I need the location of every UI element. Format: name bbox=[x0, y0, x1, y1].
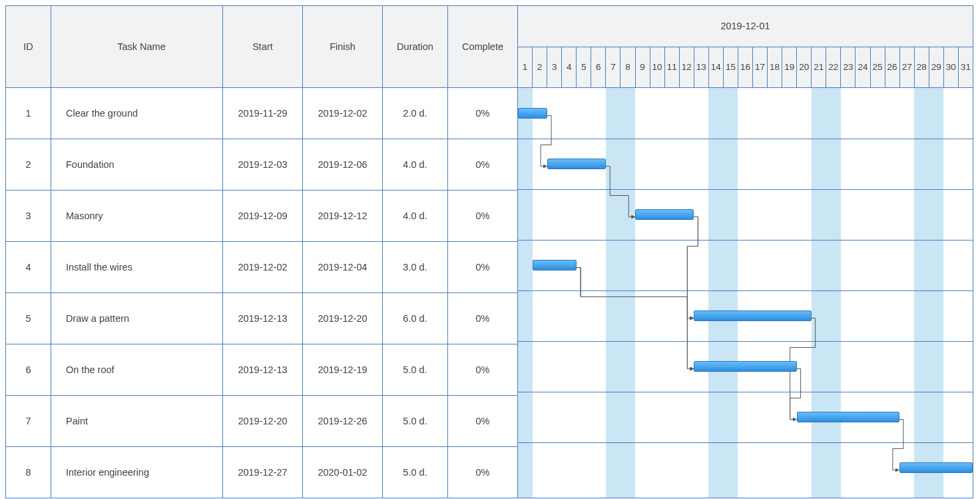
day-header-cell: 31 bbox=[959, 47, 973, 88]
day-header-cell: 30 bbox=[944, 47, 959, 88]
gantt-bar[interactable] bbox=[635, 209, 694, 220]
row-separator bbox=[518, 341, 973, 342]
cell-finish: 2019-12-04 bbox=[303, 242, 383, 292]
weekend-stripe bbox=[518, 88, 533, 498]
row-separator bbox=[518, 290, 973, 291]
gantt-chart: ID Task Name Start Finish Duration Compl… bbox=[5, 5, 973, 498]
cell-id: 8 bbox=[6, 447, 51, 498]
day-header-cell: 20 bbox=[797, 47, 812, 88]
col-header-complete: Complete bbox=[448, 6, 517, 87]
gantt-bar[interactable] bbox=[694, 361, 796, 372]
day-header-cell: 18 bbox=[768, 47, 782, 88]
table-row[interactable]: 2Foundation2019-12-032019-12-064.0 d.0% bbox=[6, 139, 517, 191]
day-header-cell: 16 bbox=[738, 47, 753, 88]
day-header-cell: 22 bbox=[826, 47, 841, 88]
cell-finish: 2019-12-12 bbox=[303, 191, 383, 241]
weekend-stripe bbox=[723, 88, 738, 498]
cell-id: 2 bbox=[6, 139, 51, 190]
task-table: ID Task Name Start Finish Duration Compl… bbox=[6, 6, 518, 498]
gantt-bar[interactable] bbox=[797, 412, 899, 422]
cell-start: 2019-12-03 bbox=[223, 139, 303, 190]
cell-id: 4 bbox=[6, 242, 51, 292]
col-header-duration: Duration bbox=[383, 6, 448, 87]
row-separator bbox=[518, 392, 973, 392]
day-header-cell: 8 bbox=[620, 47, 635, 88]
cell-finish: 2020-01-02 bbox=[303, 447, 383, 498]
cell-complete: 0% bbox=[448, 447, 517, 498]
timeline-body bbox=[518, 88, 973, 498]
day-header-cell: 14 bbox=[709, 47, 724, 88]
day-header-cell: 21 bbox=[812, 47, 826, 88]
gantt-bar[interactable] bbox=[694, 310, 811, 321]
weekend-stripe bbox=[812, 88, 826, 498]
cell-complete: 0% bbox=[448, 139, 517, 190]
day-header-cell: 7 bbox=[606, 47, 620, 88]
cell-complete: 0% bbox=[448, 88, 517, 139]
cell-start: 2019-12-13 bbox=[223, 293, 303, 344]
weekend-stripe bbox=[826, 88, 841, 498]
day-header-cell: 11 bbox=[665, 47, 680, 88]
day-header-cell: 24 bbox=[856, 47, 870, 88]
day-header-cell: 9 bbox=[636, 47, 650, 88]
weekend-stripe bbox=[708, 88, 723, 498]
cell-id: 5 bbox=[6, 293, 51, 344]
cell-name: Clear the ground bbox=[51, 88, 223, 139]
day-header-cell: 13 bbox=[694, 47, 709, 88]
cell-start: 2019-12-09 bbox=[223, 191, 303, 241]
weekend-stripe bbox=[914, 88, 929, 498]
day-header-cell: 3 bbox=[547, 47, 562, 88]
day-header-cell: 6 bbox=[591, 47, 606, 88]
cell-name: Foundation bbox=[51, 139, 223, 190]
gantt-bar[interactable] bbox=[899, 462, 973, 473]
cell-finish: 2019-12-19 bbox=[303, 344, 383, 395]
table-row[interactable]: 6On the roof2019-12-132019-12-195.0 d.0% bbox=[6, 344, 517, 396]
dependency-arrow bbox=[687, 217, 698, 318]
col-header-id: ID bbox=[6, 6, 51, 87]
timeline-day-scale: 1234567891011121314151617181920212223242… bbox=[518, 47, 973, 88]
cell-finish: 2019-12-20 bbox=[303, 293, 383, 344]
cell-duration: 5.0 d. bbox=[383, 396, 448, 446]
day-header-cell: 2 bbox=[533, 47, 547, 88]
gantt-bar[interactable] bbox=[518, 108, 547, 119]
col-header-name: Task Name bbox=[51, 6, 223, 87]
day-header-cell: 10 bbox=[650, 47, 665, 88]
cell-start: 2019-11-29 bbox=[223, 88, 303, 139]
weekend-stripe bbox=[620, 88, 635, 498]
gantt-bar[interactable] bbox=[547, 159, 606, 169]
table-row[interactable]: 7Paint2019-12-202019-12-265.0 d.0% bbox=[6, 396, 517, 447]
day-header-cell: 17 bbox=[753, 47, 768, 88]
table-row[interactable]: 4Install the wires2019-12-022019-12-043.… bbox=[6, 242, 517, 293]
cell-start: 2019-12-13 bbox=[223, 344, 303, 395]
cell-complete: 0% bbox=[448, 396, 517, 446]
day-header-cell: 4 bbox=[562, 47, 577, 88]
cell-duration: 3.0 d. bbox=[383, 242, 448, 292]
gantt-timeline: 2019-12-01 12345678910111213141516171819… bbox=[518, 6, 973, 498]
cell-duration: 6.0 d. bbox=[383, 293, 448, 344]
cell-id: 7 bbox=[6, 396, 51, 446]
cell-finish: 2019-12-26 bbox=[303, 396, 383, 446]
cell-complete: 0% bbox=[448, 242, 517, 292]
gantt-bar[interactable] bbox=[533, 260, 577, 270]
day-header-cell: 5 bbox=[577, 47, 591, 88]
table-row[interactable]: 3Masonry2019-12-092019-12-124.0 d.0% bbox=[6, 191, 517, 242]
cell-id: 3 bbox=[6, 191, 51, 241]
cell-name: Paint bbox=[51, 396, 223, 446]
cell-complete: 0% bbox=[448, 191, 517, 241]
day-header-cell: 23 bbox=[841, 47, 856, 88]
row-separator bbox=[518, 240, 973, 241]
cell-duration: 4.0 d. bbox=[383, 191, 448, 241]
day-header-cell: 28 bbox=[915, 47, 929, 88]
weekend-stripe bbox=[929, 88, 943, 498]
cell-duration: 2.0 d. bbox=[383, 88, 448, 139]
table-row[interactable]: 8Interior engineering2019-12-272020-01-0… bbox=[6, 447, 517, 498]
table-row[interactable]: 5Draw a pattern2019-12-132019-12-206.0 d… bbox=[6, 293, 517, 344]
cell-start: 2019-12-27 bbox=[223, 447, 303, 498]
cell-finish: 2019-12-02 bbox=[303, 88, 383, 139]
cell-name: On the roof bbox=[51, 344, 223, 395]
table-row[interactable]: 1Clear the ground2019-11-292019-12-022.0… bbox=[6, 88, 517, 139]
col-header-finish: Finish bbox=[303, 6, 383, 87]
cell-start: 2019-12-20 bbox=[223, 396, 303, 446]
timeline-header: 2019-12-01 12345678910111213141516171819… bbox=[518, 6, 973, 88]
day-header-cell: 15 bbox=[724, 47, 738, 88]
day-header-cell: 19 bbox=[782, 47, 797, 88]
